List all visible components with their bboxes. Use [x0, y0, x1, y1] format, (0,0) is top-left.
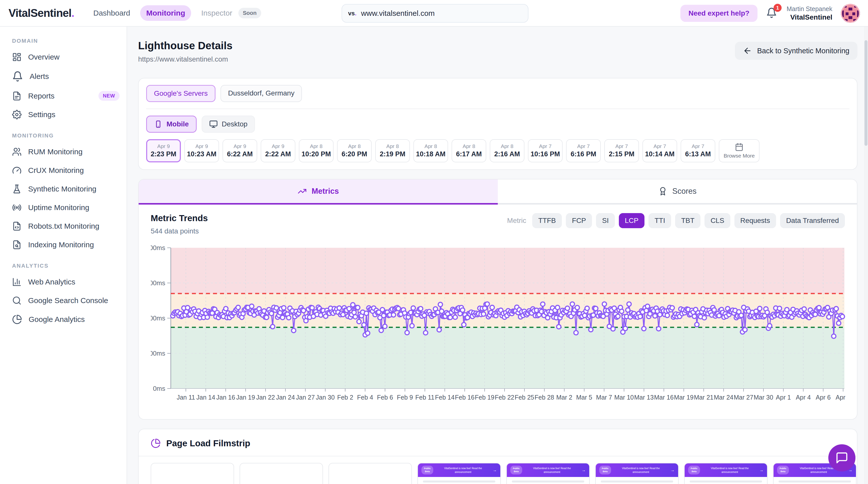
- metric-chip-tti[interactable]: TTI: [649, 213, 671, 228]
- banner-text: VitalSentinel is now live! Read the anno…: [436, 466, 490, 474]
- metric-chip-lcp[interactable]: LCP: [619, 213, 645, 228]
- run-apr-9-2-22-am[interactable]: Apr 92:22 AM: [261, 139, 296, 162]
- run-date: Apr 9: [157, 143, 170, 149]
- device-mobile-button[interactable]: Mobile: [146, 116, 197, 133]
- svg-text:Jan 22: Jan 22: [256, 394, 275, 401]
- svg-text:Feb 19: Feb 19: [475, 394, 495, 401]
- svg-text:Mar 30: Mar 30: [754, 394, 773, 401]
- metric-chip-data-transferred[interactable]: Data Transferred: [780, 213, 845, 228]
- sidebar-item-reports[interactable]: ReportsNEW: [12, 91, 120, 101]
- device-desktop-button[interactable]: Desktop: [202, 116, 255, 133]
- tab-metrics[interactable]: Metrics: [138, 179, 498, 205]
- sidebar-item-label: Overview: [28, 53, 60, 61]
- metric-selector-label: Metric: [507, 217, 526, 225]
- sidebar-section-analytics: ANALYTICSWeb AnalyticsGoogle Search Cons…: [12, 263, 120, 325]
- run-apr-8-10-20-pm[interactable]: Apr 810:20 PM: [299, 139, 334, 162]
- run-apr-7-6-16-pm[interactable]: Apr 76:16 PM: [566, 139, 601, 162]
- run-apr-9-10-23-am[interactable]: Apr 910:23 AM: [184, 139, 219, 162]
- server-location-row: Google's Servers Dusseldorf, Germany: [146, 85, 849, 102]
- server-chip[interactable]: Google's Servers: [146, 85, 216, 102]
- run-apr-7-10-16-pm[interactable]: Apr 710:16 PM: [528, 139, 563, 162]
- filmstrip-thumbnail-4[interactable]: Public Beta VitalSentinel is now live! R…: [417, 463, 501, 484]
- back-button[interactable]: Back to Synthetic Monitoring: [735, 42, 858, 60]
- run-time: 2:15 PM: [609, 150, 634, 158]
- sidebar-item-google-analytics[interactable]: Google Analytics: [12, 314, 120, 325]
- thumbnail-banner: Public Beta VitalSentinel is now live! R…: [685, 463, 767, 477]
- thumbnail-placeholder-line: [423, 481, 495, 483]
- sidebar-item-crux-monitoring[interactable]: CrUX Monitoring: [12, 165, 120, 175]
- sidebar-item-rum-monitoring[interactable]: RUM Monitoring: [12, 147, 120, 157]
- filmstrip-thumbnail-2[interactable]: [240, 463, 323, 484]
- chat-fab-button[interactable]: [828, 444, 856, 472]
- filmstrip-thumbnail-6[interactable]: Public Beta VitalSentinel is now live! R…: [595, 463, 679, 484]
- sidebar-item-synthetic-monitoring[interactable]: Synthetic Monitoring: [12, 184, 120, 194]
- url-bar[interactable]: vs.: [342, 4, 528, 23]
- sidebar-item-settings[interactable]: Settings: [12, 110, 120, 119]
- banner-text: VitalSentinel is now live! Read the anno…: [614, 466, 668, 474]
- svg-text:Mar 10: Mar 10: [614, 394, 634, 401]
- user-meta[interactable]: Martin Stepanek VitalSentinel: [786, 5, 832, 22]
- run-time: 10:16 PM: [530, 150, 560, 158]
- run-time: 10:23 AM: [187, 150, 217, 158]
- browse-more-button[interactable]: Browse More: [719, 139, 760, 162]
- run-apr-9-6-22-am[interactable]: Apr 96:22 AM: [222, 139, 257, 162]
- svg-text:Mar 21: Mar 21: [694, 394, 714, 401]
- run-apr-9-2-23-pm[interactable]: Apr 92:23 PM: [146, 139, 181, 162]
- svg-text:Feb 25: Feb 25: [515, 394, 534, 401]
- run-apr-8-10-18-am[interactable]: Apr 810:18 AM: [413, 139, 448, 162]
- sidebar-item-robots-txt-monitoring[interactable]: Robots.txt Monitoring: [12, 221, 120, 231]
- svg-text:Mar 2: Mar 2: [556, 394, 572, 401]
- page-subtitle: https://www.vitalsentinel.com: [138, 55, 232, 63]
- sidebar-item-overview[interactable]: Overview: [12, 52, 120, 62]
- run-apr-8-2-19-pm[interactable]: Apr 82:19 PM: [375, 139, 410, 162]
- svg-text:Apr 6: Apr 6: [816, 394, 831, 401]
- filmstrip-thumbnail-3[interactable]: [329, 463, 412, 484]
- thumbnail-placeholder-line: [690, 481, 762, 483]
- filmstrip-thumbnail-5[interactable]: Public Beta VitalSentinel is now live! R…: [506, 463, 590, 484]
- device-toggle: MobileDesktop: [146, 116, 849, 133]
- run-date: Apr 9: [234, 143, 246, 149]
- runs-row: Apr 92:23 PMApr 910:23 AMApr 96:22 AMApr…: [146, 139, 849, 162]
- run-apr-8-6-20-pm[interactable]: Apr 86:20 PM: [337, 139, 372, 162]
- run-apr-7-10-14-am[interactable]: Apr 710:14 AM: [643, 139, 677, 162]
- metric-trends-title: Metric Trends: [151, 213, 208, 223]
- sidebar-item-alerts[interactable]: Alerts: [12, 71, 120, 82]
- svg-text:Jan 27: Jan 27: [296, 394, 315, 401]
- scrollbar-thumb[interactable]: [865, 40, 868, 146]
- metric-chip-fcp[interactable]: FCP: [566, 213, 592, 228]
- new-badge: NEW: [98, 91, 120, 101]
- metric-chip-requests[interactable]: Requests: [734, 213, 776, 228]
- flask-icon: [12, 184, 22, 194]
- location-chip[interactable]: Dusseldorf, Germany: [220, 85, 302, 102]
- filmstrip-thumbnail-1[interactable]: [151, 463, 234, 484]
- chart-title-block: Metric Trends 544 data points: [151, 213, 208, 235]
- run-apr-7-2-15-pm[interactable]: Apr 72:15 PM: [604, 139, 639, 162]
- file-code-icon: [12, 221, 22, 231]
- metric-chip-ttfb[interactable]: TTFB: [532, 213, 562, 228]
- run-apr-8-2-16-am[interactable]: Apr 82:16 AM: [490, 139, 524, 162]
- notifications-button[interactable]: 1: [766, 7, 778, 19]
- filmstrip-thumbnail-7[interactable]: Public Beta VitalSentinel is now live! R…: [684, 463, 768, 484]
- sidebar-item-web-analytics[interactable]: Web Analytics: [12, 277, 120, 287]
- sidebar-item-uptime-monitoring[interactable]: Uptime Monitoring: [12, 203, 120, 212]
- tab-scores[interactable]: Scores: [498, 179, 857, 205]
- data-points-count: 544 data points: [151, 227, 208, 235]
- filmstrip-card: Page Load Filmstrip Public Beta VitalSen…: [138, 429, 858, 484]
- url-input[interactable]: [361, 9, 512, 18]
- expert-help-button[interactable]: Need expert help?: [680, 5, 757, 22]
- sidebar-item-google-search-console[interactable]: Google Search Console: [12, 296, 120, 305]
- sidebar-item-indexing-monitoring[interactable]: Indexing Monitoring: [12, 240, 120, 249]
- run-date: Apr 7: [692, 143, 704, 149]
- nav-inspector[interactable]: Inspector: [195, 5, 234, 21]
- nav-dashboard[interactable]: Dashboard: [87, 5, 136, 21]
- nav-monitoring[interactable]: Monitoring: [140, 5, 191, 21]
- brand-logo[interactable]: VitalSentinel.: [8, 7, 74, 19]
- run-apr-8-6-17-am[interactable]: Apr 86:17 AM: [452, 139, 486, 162]
- metric-chip-cls[interactable]: CLS: [705, 213, 730, 228]
- avatar[interactable]: [841, 4, 860, 23]
- run-apr-7-6-13-am[interactable]: Apr 76:13 AM: [681, 139, 715, 162]
- run-time: 6:16 PM: [570, 150, 596, 158]
- metric-chip-tbt[interactable]: TBT: [675, 213, 701, 228]
- calendar-icon: [735, 143, 743, 151]
- metric-chip-si[interactable]: SI: [596, 213, 615, 228]
